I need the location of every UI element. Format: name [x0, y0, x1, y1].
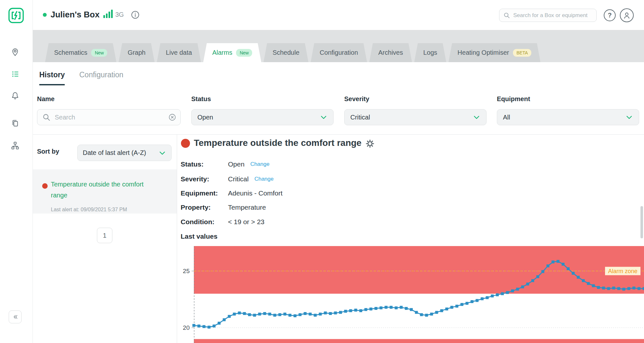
signal-strength-icon: [103, 10, 113, 18]
new-badge: New: [236, 49, 252, 57]
sidebar-collapse-button[interactable]: [9, 310, 22, 323]
detail-label: Status:: [181, 160, 228, 168]
tab-configuration[interactable]: Configuration: [311, 43, 367, 62]
status-filter-select[interactable]: Open: [191, 109, 334, 125]
chevron-down-icon: [320, 113, 327, 121]
detail-value: Open: [228, 160, 244, 168]
tab-graph[interactable]: Graph: [118, 43, 155, 62]
subtab-history[interactable]: History: [39, 71, 65, 85]
help-glyph: ?: [608, 12, 611, 19]
detail-label: Equipment:: [181, 189, 228, 197]
tab-heating-optimiser[interactable]: Heating Optimiser BETA: [449, 43, 541, 62]
svg-text:20: 20: [183, 324, 190, 331]
severity-filter-value: Critical: [350, 114, 370, 121]
detail-row-property: Property: Temperature: [181, 203, 266, 212]
detail-value: Temperature: [228, 204, 266, 211]
svg-text:25: 25: [183, 268, 190, 274]
filter-equipment-label: Equipment: [497, 95, 530, 103]
detail-value: Critical: [228, 175, 249, 183]
equipment-filter-value: All: [503, 114, 510, 121]
tab-label: Live data: [166, 49, 192, 56]
chevron-down-icon: [625, 113, 633, 121]
tab-label: Heating Optimiser: [458, 49, 509, 56]
app-logo-icon: [8, 7, 24, 25]
vertical-divider: [177, 134, 177, 343]
settings-gear-icon[interactable]: [365, 139, 375, 148]
tab-band: Schematics New Graph Live data Alarms Ne…: [33, 30, 644, 62]
search-icon: [503, 12, 510, 19]
change-status-link[interactable]: Change: [250, 161, 270, 167]
box-name: Julien's Box: [51, 10, 99, 20]
box-online-status-dot: [43, 13, 47, 17]
detail-row-equipment: Equipment: Adeunis - Comfort: [181, 188, 282, 198]
tab-bar: Schematics New Graph Live data Alarms Ne…: [45, 43, 543, 62]
clear-icon[interactable]: [164, 113, 176, 121]
critical-severity-dot: [42, 183, 48, 189]
tab-label: Logs: [423, 49, 437, 56]
detail-label: Condition:: [181, 218, 228, 226]
help-icon[interactable]: ?: [604, 9, 616, 21]
detail-label: Property:: [181, 204, 228, 211]
critical-severity-dot: [181, 139, 190, 148]
change-severity-link[interactable]: Change: [254, 176, 274, 182]
detail-row-status: Status: Open Change: [181, 159, 270, 169]
tab-label: Configuration: [320, 49, 358, 56]
tab-archives[interactable]: Archives: [369, 43, 412, 62]
chevron-down-icon: [158, 149, 166, 157]
equipment-filter-select[interactable]: All: [497, 109, 639, 125]
detail-value: Adeunis - Comfort: [228, 189, 282, 197]
user-account-icon[interactable]: [620, 8, 634, 22]
scrollbar-thumb[interactable]: [640, 206, 643, 238]
search-icon: [42, 113, 51, 121]
last-values-heading: Last values: [181, 233, 217, 240]
alarm-list-item[interactable]: Temperature outside the comfort range La…: [33, 169, 177, 214]
alarm-bell-icon[interactable]: [11, 91, 20, 100]
network-sitemap-icon[interactable]: [11, 141, 20, 150]
sort-by-label: Sort by: [37, 148, 59, 155]
subtab-configuration[interactable]: Configuration: [79, 71, 123, 85]
tab-label: Schedule: [272, 49, 299, 56]
global-search-input[interactable]: [513, 12, 591, 19]
detail-row-condition: Condition: < 19 or > 23: [181, 217, 264, 227]
last-values-chart: 2025Alarm zone: [181, 246, 644, 343]
info-icon[interactable]: [131, 11, 139, 19]
sidebar: [0, 0, 33, 343]
svg-text:Alarm zone: Alarm zone: [608, 268, 637, 274]
alarms-subtabs: History Configuration: [39, 71, 123, 85]
filter-name-label: Name: [37, 95, 54, 103]
tab-schedule[interactable]: Schedule: [263, 43, 308, 62]
name-filter-input[interactable]: [55, 114, 151, 121]
tab-label: Archives: [378, 49, 403, 56]
tab-label: Schematics: [54, 49, 87, 56]
network-type-label: 3G: [115, 11, 124, 18]
tab-alarms[interactable]: Alarms New: [203, 43, 261, 62]
alarm-item-title: Temperature outside the comfort range: [51, 179, 151, 201]
chevron-down-icon: [473, 113, 480, 121]
alarm-item-last-alert: Last alert at: 09/09/2021 5:37 PM: [51, 207, 127, 213]
horizontal-divider: [33, 134, 644, 135]
detail-row-severity: Severity: Critical Change: [181, 174, 274, 184]
location-pin-icon[interactable]: [11, 48, 20, 57]
detail-label: Severity:: [181, 175, 228, 183]
detail-value: < 19 or > 23: [228, 218, 264, 226]
tab-schematics[interactable]: Schematics New: [45, 43, 116, 62]
global-search: [499, 9, 597, 22]
status-filter-value: Open: [197, 114, 213, 121]
equipment-list-icon[interactable]: [11, 70, 20, 79]
pagination-page-1-button[interactable]: 1: [97, 228, 112, 243]
documents-icon[interactable]: [11, 119, 20, 128]
name-filter-field: [37, 109, 181, 125]
tab-label: Graph: [128, 49, 146, 56]
top-bar: Julien's Box 3G ?: [33, 0, 644, 30]
beta-badge: BETA: [513, 49, 532, 57]
new-badge: New: [91, 49, 107, 57]
sort-select[interactable]: Date of last alert (A-Z): [77, 145, 172, 161]
tab-label: Alarms: [212, 49, 232, 56]
alarm-detail-title: Temperature outside the comfort range: [194, 138, 362, 148]
severity-filter-select[interactable]: Critical: [344, 109, 487, 125]
tab-live-data[interactable]: Live data: [157, 43, 201, 62]
tab-logs[interactable]: Logs: [414, 43, 446, 62]
filter-status-label: Status: [191, 95, 211, 103]
sort-value: Date of last alert (A-Z): [83, 149, 146, 157]
filter-severity-label: Severity: [344, 95, 369, 103]
